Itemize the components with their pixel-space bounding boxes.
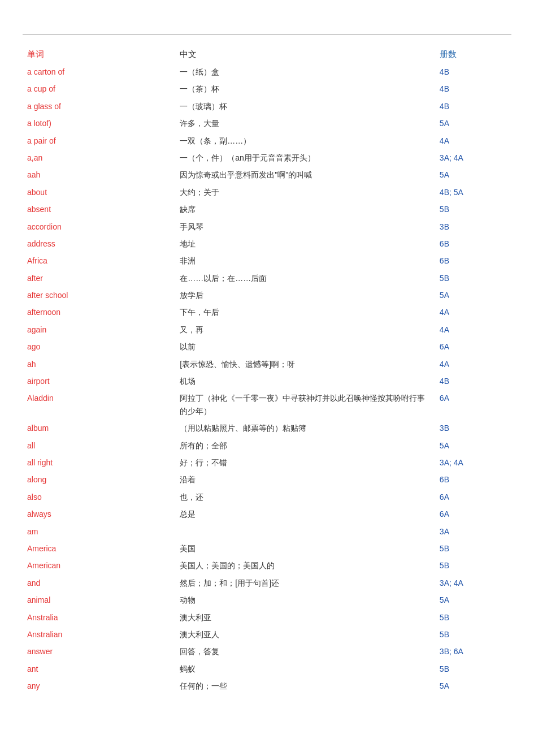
table-row: accordion手风琴3B [23, 218, 511, 235]
table-row: Aladdin阿拉丁（神化《一千零一夜》中寻获神灯并以此召唤神怪按其吩咐行事的少… [23, 390, 511, 420]
table-row: Anstralia澳大利亚5B [23, 609, 511, 626]
table-row: absent缺席5B [23, 201, 511, 218]
english-word: aah [23, 166, 175, 183]
table-row: a glass of一（玻璃）杯4B [23, 98, 511, 115]
table-row: about大约；关于4B; 5A [23, 184, 511, 201]
table-row: Anstralian澳大利亚人5B [23, 626, 511, 643]
volume-number: 6B [435, 235, 511, 252]
chinese-definition: 美国人；美国的；美国人的 [175, 557, 435, 574]
chinese-definition: 地址 [175, 235, 435, 252]
english-word: after school [23, 287, 175, 304]
table-row: am3A [23, 523, 511, 540]
english-word: always [23, 506, 175, 522]
chinese-definition: 所有的；全部 [175, 437, 435, 454]
table-row: a pair of一双（条，副……）4A [23, 132, 511, 149]
volume-number: 5A [435, 287, 511, 304]
volume-number: 5B [435, 201, 511, 218]
english-word: all [23, 437, 175, 454]
chinese-definition: 回答，答复 [175, 643, 435, 660]
table-row: a,an一（个，件）（an用于元音音素开头）3A; 4A [23, 149, 511, 166]
table-row: any任何的；一些5A [23, 677, 511, 694]
chinese-definition: 一（茶）杯 [175, 80, 435, 97]
chinese-definition: 一（纸）盒 [175, 63, 435, 80]
chinese-definition: 总是 [175, 506, 435, 522]
volume-number: 3A; 4A [435, 149, 511, 166]
table-row: along沿着6B [23, 471, 511, 488]
english-word: a cup of [23, 80, 175, 97]
chinese-definition: 蚂蚁 [175, 660, 435, 677]
volume-number: 5B [435, 540, 511, 557]
chinese-definition: 下午，午后 [175, 304, 435, 321]
volume-number: 5A [435, 166, 511, 183]
chinese-definition: 也，还 [175, 489, 435, 506]
english-word: Anstralia [23, 609, 175, 626]
chinese-definition: 手风琴 [175, 218, 435, 235]
english-word: all right [23, 454, 175, 471]
volume-number: 4B [435, 373, 511, 390]
volume-number: 5B [435, 626, 511, 643]
chinese-definition [175, 523, 435, 540]
table-row: answer回答，答复3B; 6A [23, 643, 511, 660]
volume-number: 3B [435, 420, 511, 437]
volume-number: 6A [435, 338, 511, 355]
english-word: and [23, 574, 175, 591]
table-row: a lotof)许多，大量5A [23, 115, 511, 132]
volume-number: 5B [435, 609, 511, 626]
table-row: American美国人；美国的；美国人的5B [23, 557, 511, 574]
english-word: American [23, 557, 175, 574]
volume-number: 6B [435, 471, 511, 488]
table-row: also也，还6A [23, 489, 511, 506]
chinese-definition: 非洲 [175, 252, 435, 269]
volume-number: 4A [435, 356, 511, 373]
table-row: after school放学后5A [23, 287, 511, 304]
table-row: again又，再4A [23, 321, 511, 338]
volume-number: 6A [435, 390, 511, 420]
english-word: address [23, 235, 175, 252]
english-word: Aladdin [23, 390, 175, 420]
table-row: a cup of一（茶）杯4B [23, 80, 511, 97]
volume-number: 5B [435, 660, 511, 677]
chinese-definition: 许多，大量 [175, 115, 435, 132]
table-row: aah因为惊奇或出乎意料而发出"啊"的叫喊5A [23, 166, 511, 183]
volume-number: 6A [435, 489, 511, 506]
chinese-definition: 在……以后；在……后面 [175, 270, 435, 287]
english-word: about [23, 184, 175, 201]
chinese-definition: 大约；关于 [175, 184, 435, 201]
volume-number: 3A; 4A [435, 454, 511, 471]
english-word: ago [23, 338, 175, 355]
table-row: always总是6A [23, 506, 511, 522]
english-word: animal [23, 591, 175, 608]
volume-number: 5A [435, 677, 511, 694]
chinese-definition: 动物 [175, 591, 435, 608]
english-word: a,an [23, 149, 175, 166]
volume-number: 4B; 5A [435, 184, 511, 201]
volume-number: 5A [435, 591, 511, 608]
chinese-definition: 一（玻璃）杯 [175, 98, 435, 115]
volume-number: 4A [435, 132, 511, 149]
table-row: ant蚂蚁5B [23, 660, 511, 677]
chinese-definition: 任何的；一些 [175, 677, 435, 694]
volume-number: 5A [435, 115, 511, 132]
volume-number: 4B [435, 98, 511, 115]
english-word: absent [23, 201, 175, 218]
english-word: along [23, 471, 175, 488]
table-header: 单词 中文 册数 [23, 46, 511, 63]
volume-number: 4A [435, 304, 511, 321]
table-row: and然后；加；和；[用于句首]还3A; 4A [23, 574, 511, 591]
table-row: America美国5B [23, 540, 511, 557]
chinese-definition: 沿着 [175, 471, 435, 488]
english-word: Africa [23, 252, 175, 269]
header-chinese: 中文 [175, 46, 435, 63]
volume-number: 6B [435, 252, 511, 269]
english-word: airport [23, 373, 175, 390]
table-row: Africa非洲6B [23, 252, 511, 269]
english-word: ant [23, 660, 175, 677]
header-volume: 册数 [435, 46, 511, 63]
volume-number: 5A [435, 437, 511, 454]
volume-number: 3B [435, 218, 511, 235]
english-word: a carton of [23, 63, 175, 80]
chinese-definition: 阿拉丁（神化《一千零一夜》中寻获神灯并以此召唤神怪按其吩咐行事的少年） [175, 390, 435, 420]
table-row: all所有的；全部5A [23, 437, 511, 454]
table-row: album（用以粘贴照片、邮票等的）粘贴簿3B [23, 420, 511, 437]
chinese-definition: 一双（条，副……） [175, 132, 435, 149]
